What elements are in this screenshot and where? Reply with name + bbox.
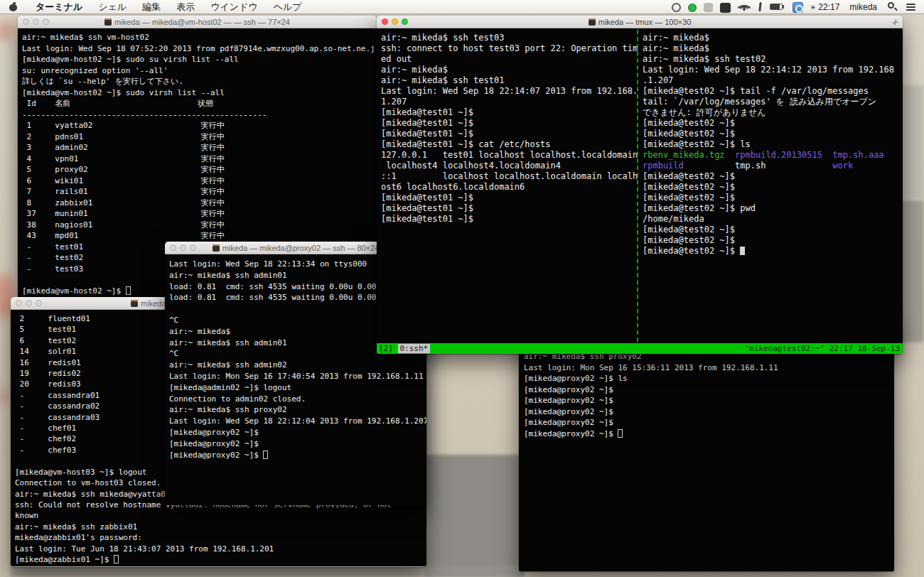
terminal-line: [mikeda@zabbix01 ~]$	[15, 554, 422, 565]
terminal-line: rbenv_mikeda.tgz rpmbuild.20130515 tmp.s…	[643, 150, 900, 161]
terminal-line: 8 zabbix01 実行中	[22, 198, 372, 209]
terminal-line: [mikeda@test02 ~]$	[643, 129, 900, 139]
terminal-line: air:~ mikeda$ ssh vm-host02	[22, 32, 372, 43]
terminal-doc-icon	[131, 300, 138, 307]
desktop[interactable]: ターミナルシェル編集表示ウインドウヘルプ ☀22:17 mikeda miked…	[0, 0, 924, 577]
terminal-line: ----------------------------------------…	[22, 109, 372, 121]
terminal-line: 7 rails01 実行中	[22, 186, 372, 198]
terminal-line: air:~ mikeda$	[643, 43, 900, 54]
terminal-line: ost6 localhost6.localdomain6	[381, 182, 635, 193]
terminal-line: /home/mikeda	[643, 214, 900, 225]
menu-item-4[interactable]: ウインドウ	[203, 0, 266, 14]
menu-clock[interactable]: ☀22:17	[810, 2, 839, 12]
fullscreen-icon[interactable]	[892, 19, 898, 26]
terminal-line: su: unrecognized option '--all'	[22, 65, 372, 77]
terminal-line: air:~ mikeda$ ssh test02	[643, 54, 900, 65]
terminal-line: Last login: Mon Sep 16 17:40:54 2013 fro…	[169, 371, 422, 382]
apple-menu-icon[interactable]	[9, 2, 18, 11]
tmux-pane-right[interactable]: air:~ mikeda$air:~ mikeda$air:~ mikeda$ …	[639, 28, 903, 343]
terminal-line: 127.0.0.1 test01 localhost localhost.loc…	[381, 150, 635, 161]
terminal-line: [mikeda@test01 ~]$	[381, 118, 635, 129]
terminal-line: [mikeda@proxy02 ~]$ ls	[524, 373, 889, 384]
terminal-line: [mikeda@test02 ~]$	[643, 171, 900, 182]
bluetooth-icon[interactable]	[757, 1, 763, 13]
menu-app[interactable]: ターミナル	[28, 0, 90, 14]
terminal-line: air:~ mikeda$ ssh test03	[381, 33, 635, 43]
window-title: mikeda — tmux — 100×30	[377, 18, 903, 26]
background-window-fragment	[11, 566, 522, 577]
menu-item-5[interactable]: ヘルプ	[266, 0, 310, 14]
terminal-line: [mikeda@test02 ~]$	[643, 118, 900, 129]
terminal-line: [mikeda@proxy02 ~]$	[524, 406, 889, 418]
terminal-line: [mikeda@test01 ~]$ cat /etc/hosts	[381, 139, 635, 150]
terminal-line: [mikeda@test01 ~]$	[381, 193, 635, 203]
terminal-line: localhost4 localhost4.localdomain4	[381, 161, 635, 171]
terminal-line: Last login: Wed Sep 18 22:12:04 2013 fro…	[169, 416, 422, 427]
wallpaper-smudge	[0, 20, 14, 41]
input-source-icon[interactable]	[720, 3, 731, 13]
terminal-line: [mikeda@test02 ~]$	[643, 225, 900, 235]
terminal-line: Last login: Wed Sep 18 07:52:20 2013 fro…	[22, 43, 372, 55]
terminal-line: 38 nagios01 実行中	[22, 220, 372, 231]
terminal-line: Last login: Wed Sep 18 22:14:12 2013 fro…	[643, 65, 900, 75]
menu-item-1[interactable]: シェル	[90, 0, 134, 14]
terminal-line: 4 vpn01 実行中	[22, 153, 372, 165]
terminal-line: known	[15, 510, 422, 521]
terminal-line: mikeda@zabbix01's password:	[15, 532, 422, 543]
ghost-app-icon[interactable]	[704, 3, 713, 12]
fast-user-switch-menu[interactable]: mikeda	[849, 2, 877, 12]
terminal-line: [mikeda@test02 ~]$ pwd	[643, 203, 900, 214]
terminal-line: [mikeda@vm-host02 ~]$ sudo virsh list --…	[22, 87, 372, 99]
terminal-line: 5 proxy02 実行中	[22, 164, 372, 176]
wallpaper-smudge	[0, 387, 11, 406]
terminal-line: air:~ mikeda$ ssh proxy02	[169, 404, 422, 416]
terminal-line: 1 vyatta02 実行中	[22, 120, 372, 131]
terminal-line: [mikeda@test02 ~]$ tail -f /var/log/mess…	[643, 86, 900, 97]
terminal-line: [mikeda@proxy02 ~]$	[169, 438, 422, 450]
terminal-line: 2 pdns01 実行中	[22, 131, 372, 143]
battery-icon[interactable]	[770, 1, 785, 13]
background-window-fragment	[901, 85, 924, 199]
terminal-line: ssh: connect to host test03 port 22: Ope…	[381, 43, 635, 54]
terminal-line: 37 munin01 実行中	[22, 208, 372, 220]
terminal-line: [mikeda@test02 ~]$ ls	[643, 139, 900, 150]
menu-item-2[interactable]: 編集	[134, 0, 168, 14]
terminal-line: [mikeda@test02 ~]$	[643, 182, 900, 193]
titlebar[interactable]: mikeda — tmux — 100×30	[377, 16, 903, 28]
tmux-window-tab[interactable]: 0:ssh*	[398, 344, 431, 353]
terminal-line: Last login: Wed Sep 18 22:14:07 2013 fro…	[381, 86, 635, 97]
spiral-icon[interactable]	[672, 3, 681, 12]
terminal-line: [mikeda@proxy02 ~]$	[169, 427, 422, 438]
spotlight-icon[interactable]	[886, 1, 898, 13]
terminal-line: 詳しくは `su --help' を実行して下さい.	[22, 76, 372, 87]
window-title: mikeda — mikeda@vm-host02 — — ssh — 77×2…	[18, 18, 377, 26]
terminal-cursor	[618, 429, 623, 438]
terminal-line: 43 mpd01 実行中	[22, 230, 372, 242]
tmux-status-bar: [2] 0:ssh* "mikeda@test02:~" 22:17 18-Se…	[377, 343, 903, 354]
terminal-line: ::1 localhost localhost.localdomain loca…	[381, 171, 635, 182]
titlebar[interactable]: mikeda — mikeda@vm-host02 — — ssh — 77×2…	[18, 16, 377, 28]
menu-item-3[interactable]: 表示	[168, 0, 203, 14]
terminal-line: 3 admin02 実行中	[22, 142, 372, 153]
green-status-icon[interactable]	[688, 4, 697, 12]
terminal-line: Last login: Tue Jun 18 21:43:07 2013 fro…	[15, 544, 422, 554]
tmux-pane-divider[interactable]	[637, 30, 638, 342]
wifi-icon[interactable]	[738, 1, 750, 13]
terminal-line: air:~ mikeda$ ssh admin02	[169, 360, 422, 371]
tmux-pane-left[interactable]: air:~ mikeda$ ssh test03ssh: connect to …	[377, 28, 638, 343]
notification-center-icon[interactable]	[906, 1, 917, 13]
terminal-line: air:~ mikeda$	[381, 65, 635, 75]
terminal-doc-icon	[589, 18, 596, 26]
terminal-line: [mikeda@test01 ~]$	[381, 129, 635, 139]
terminal-window-tmux[interactable]: mikeda — tmux — 100×30 air:~ mikeda$ ssh…	[377, 16, 903, 354]
terminal-line: tail: `/var/log/messages' を 読み込み用でオープン	[643, 97, 900, 107]
tmux-session-label: [2]	[377, 344, 398, 353]
terminal-line: [mikeda@vm-host02 ~]$ sudo su virsh list…	[22, 54, 372, 65]
blue-app-icon[interactable]	[793, 2, 803, 13]
terminal-line: [mikeda@test02 ~]$	[643, 246, 900, 257]
terminal-doc-icon	[104, 18, 112, 26]
terminal-line: [mikeda@proxy02 ~]$	[169, 450, 422, 461]
terminal-line: .1.207	[643, 75, 900, 86]
background-window-fragment	[425, 455, 525, 577]
terminal-line: [mikeda@test01 ~]$	[381, 214, 635, 225]
